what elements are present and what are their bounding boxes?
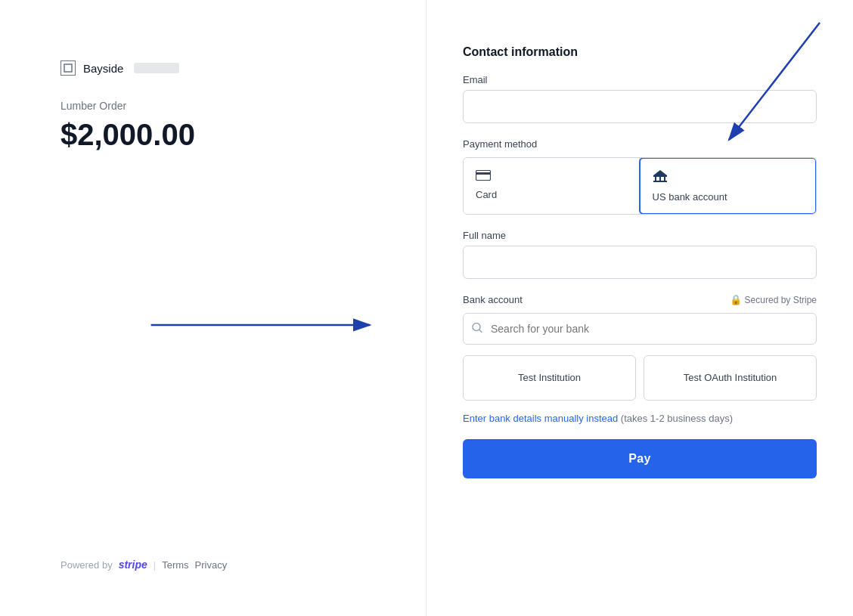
card-option-label: Card bbox=[476, 189, 497, 200]
svg-rect-3 bbox=[476, 171, 491, 181]
bank-search-input[interactable] bbox=[463, 313, 817, 345]
footer-divider: | bbox=[154, 559, 156, 571]
svg-rect-0 bbox=[64, 64, 72, 72]
lock-icon: 🔒 bbox=[730, 294, 742, 305]
terms-link[interactable]: Terms bbox=[162, 559, 188, 571]
svg-rect-8 bbox=[664, 177, 665, 181]
bank-account-section: Bank account 🔒 Secured by Stripe Test In… bbox=[463, 294, 817, 424]
contact-section-title: Contact information bbox=[463, 45, 817, 59]
svg-rect-5 bbox=[653, 175, 667, 177]
left-footer: Powered by stripe | Terms Privacy bbox=[60, 559, 365, 571]
merchant-name-blur bbox=[134, 63, 179, 73]
search-icon bbox=[472, 323, 482, 336]
payment-option-bank[interactable]: US bank account bbox=[639, 157, 817, 215]
svg-marker-10 bbox=[653, 170, 667, 175]
manual-link-suffix: (takes 1-2 business days) bbox=[618, 413, 733, 424]
privacy-link[interactable]: Privacy bbox=[195, 559, 228, 571]
merchant-header: Bayside bbox=[60, 60, 365, 76]
svg-line-12 bbox=[479, 330, 482, 333]
payment-options: Card US bank account bbox=[463, 157, 817, 215]
payment-method-section: Payment method Card bbox=[463, 138, 817, 215]
bank-option-oauth-institution[interactable]: Test OAuth Institution bbox=[644, 355, 817, 401]
right-panel: Contact information Email Payment method… bbox=[426, 0, 853, 616]
bank-icon bbox=[653, 169, 668, 187]
merchant-icon bbox=[60, 60, 76, 76]
secured-text: Secured by Stripe bbox=[745, 295, 817, 305]
bank-options-list: Test Institution Test OAuth Institution bbox=[463, 355, 817, 401]
svg-rect-9 bbox=[653, 181, 667, 182]
manual-link-row: Enter bank details manually instead (tak… bbox=[463, 413, 817, 424]
left-panel: Bayside Lumber Order $2,000.00 Powered b… bbox=[0, 0, 426, 616]
card-icon bbox=[476, 169, 491, 184]
search-wrapper bbox=[463, 313, 817, 345]
order-amount: $2,000.00 bbox=[60, 118, 365, 152]
bank-account-header: Bank account 🔒 Secured by Stripe bbox=[463, 294, 817, 305]
stripe-logo: stripe bbox=[119, 559, 147, 571]
bank-option-label: US bank account bbox=[653, 191, 727, 203]
order-label: Lumber Order bbox=[60, 100, 365, 112]
secured-badge: 🔒 Secured by Stripe bbox=[730, 294, 817, 305]
manual-entry-link[interactable]: Enter bank details manually instead bbox=[463, 413, 618, 424]
payment-option-card[interactable]: Card bbox=[464, 158, 640, 214]
full-name-input[interactable] bbox=[463, 246, 817, 279]
merchant-name: Bayside bbox=[83, 62, 123, 75]
email-input[interactable] bbox=[463, 90, 817, 123]
full-name-group: Full name bbox=[463, 230, 817, 279]
svg-rect-7 bbox=[659, 177, 661, 181]
payment-method-label: Payment method bbox=[463, 138, 817, 150]
email-group: Email bbox=[463, 74, 817, 123]
pay-button[interactable]: Pay bbox=[463, 439, 817, 478]
email-label: Email bbox=[463, 74, 817, 85]
svg-rect-4 bbox=[476, 172, 491, 175]
powered-by-text: Powered by bbox=[60, 559, 113, 571]
svg-rect-6 bbox=[655, 177, 656, 181]
bank-account-label: Bank account bbox=[463, 294, 523, 305]
bank-option-test-institution[interactable]: Test Institution bbox=[463, 355, 636, 401]
full-name-label: Full name bbox=[463, 230, 817, 241]
